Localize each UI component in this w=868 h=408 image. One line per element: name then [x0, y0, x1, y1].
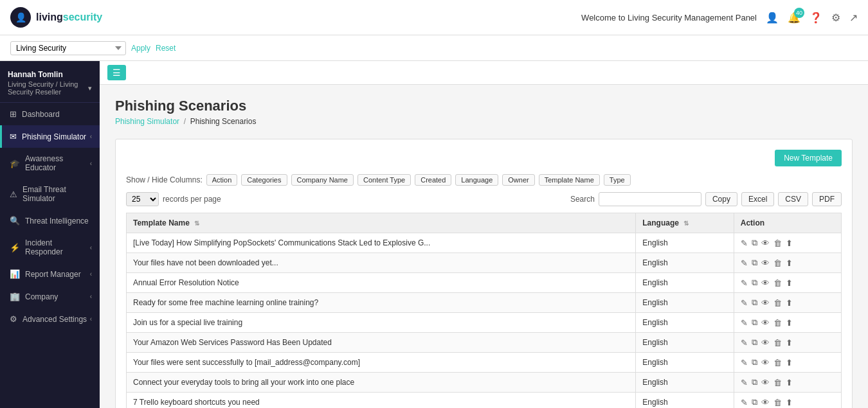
logo-text: livingsecurity	[36, 12, 102, 23]
send-icon[interactable]: ⬆	[786, 338, 793, 348]
phishing-icon: ✉	[10, 132, 17, 141]
sidebar-item-advanced-settings[interactable]: ⚙ Advanced Settings ‹	[0, 308, 100, 330]
notification-badge-wrap[interactable]: 🔔 40	[788, 12, 800, 24]
col-badge-action[interactable]: Action	[206, 174, 238, 186]
col-badge-created[interactable]: Created	[415, 174, 451, 186]
sidebar-user-name: Hannah Tomlin	[8, 70, 92, 79]
send-icon[interactable]: ⬆	[786, 318, 793, 328]
send-icon[interactable]: ⬆	[786, 278, 793, 288]
sidebar-item-incident-responder[interactable]: ⚡ Incident Responder ‹	[0, 232, 100, 263]
action-icons-group: ✎⧉👁🗑⬆	[741, 317, 835, 328]
delete-icon[interactable]: 🗑	[773, 278, 782, 288]
send-icon[interactable]: ⬆	[786, 258, 793, 268]
copy-icon[interactable]: ⧉	[752, 377, 757, 387]
delete-icon[interactable]: 🗑	[773, 378, 782, 387]
company-select[interactable]: Living Security	[10, 41, 126, 55]
sidebar-label-awareness-educator: Awareness Educator	[25, 154, 90, 172]
copy-icon[interactable]: ⧉	[752, 357, 757, 368]
copy-icon[interactable]: ⧉	[752, 297, 757, 308]
pdf-button[interactable]: PDF	[812, 192, 842, 206]
search-input[interactable]	[599, 192, 701, 206]
send-icon[interactable]: ⬆	[786, 298, 793, 308]
col-badge-categories[interactable]: Categories	[241, 174, 287, 186]
send-icon[interactable]: ⬆	[786, 398, 793, 407]
view-icon[interactable]: 👁	[761, 238, 770, 248]
copy-icon[interactable]: ⧉	[752, 317, 757, 328]
edit-icon[interactable]: ✎	[741, 238, 748, 248]
sidebar-label-company: Company	[25, 292, 58, 301]
view-icon[interactable]: 👁	[761, 378, 770, 387]
delete-icon[interactable]: 🗑	[773, 338, 782, 348]
edit-icon[interactable]: ✎	[741, 358, 748, 368]
col-header-template-name[interactable]: Template Name ⇅	[127, 213, 636, 233]
send-icon[interactable]: ⬆	[786, 238, 793, 248]
view-icon[interactable]: 👁	[761, 318, 770, 328]
reset-button[interactable]: Reset	[156, 44, 176, 53]
sidebar-item-awareness-educator[interactable]: 🎓 Awareness Educator ‹	[0, 148, 100, 179]
delete-icon[interactable]: 🗑	[773, 258, 782, 268]
edit-icon[interactable]: ✎	[741, 278, 748, 288]
delete-icon[interactable]: 🗑	[773, 318, 782, 328]
view-icon[interactable]: 👁	[761, 398, 770, 407]
copy-icon[interactable]: ⧉	[752, 238, 757, 248]
col-badge-company-name[interactable]: Company Name	[291, 174, 354, 186]
sidebar-item-threat-intelligence[interactable]: 🔍 Threat Intelligence	[0, 209, 100, 232]
help-icon[interactable]: ❓	[809, 12, 822, 24]
view-icon[interactable]: 👁	[761, 338, 770, 348]
delete-icon[interactable]: 🗑	[773, 298, 782, 308]
edit-icon[interactable]: ✎	[741, 338, 748, 348]
sidebar-item-report-manager[interactable]: 📊 Report Manager ‹	[0, 263, 100, 285]
action-icons-group: ✎⧉👁🗑⬆	[741, 377, 835, 387]
hamburger-button[interactable]: ☰	[107, 65, 126, 80]
sidebar-item-company[interactable]: 🏢 Company ‹	[0, 285, 100, 308]
settings-icon[interactable]: ⚙	[831, 12, 840, 24]
delete-icon[interactable]: 🗑	[773, 238, 782, 248]
sidebar-item-email-threat-simulator[interactable]: ⚠ Email Threat Simulator	[0, 179, 100, 209]
action-icons-group: ✎⧉👁🗑⬆	[741, 357, 835, 368]
company-selector-bar: Living Security Apply Reset	[0, 35, 868, 61]
csv-button[interactable]: CSV	[778, 192, 808, 206]
table-row: Ready for some free machine learning onl…	[127, 293, 842, 313]
new-template-button[interactable]: New Template	[775, 150, 842, 166]
table-row: Your Amazon Web Services Password Has Be…	[127, 333, 842, 353]
send-icon[interactable]: ⬆	[786, 378, 793, 387]
col-badge-type[interactable]: Type	[604, 174, 631, 186]
cell-template-name: Ready for some free machine learning onl…	[127, 293, 636, 313]
col-badge-content-type[interactable]: Content Type	[357, 174, 411, 186]
breadcrumb: Phishing Simulator / Phishing Scenarios	[115, 117, 853, 126]
breadcrumb-phishing-simulator[interactable]: Phishing Simulator	[115, 117, 179, 126]
logo-area: 👤 livingsecurity	[10, 7, 102, 28]
data-table: Template Name ⇅ Language ⇅ Action [Live …	[126, 213, 842, 408]
col-badge-template-name[interactable]: Template Name	[539, 174, 600, 186]
edit-icon[interactable]: ✎	[741, 258, 748, 268]
col-header-language[interactable]: Language ⇅	[636, 213, 734, 233]
logout-icon[interactable]: ↗	[849, 12, 858, 24]
edit-icon[interactable]: ✎	[741, 398, 748, 407]
edit-icon[interactable]: ✎	[741, 318, 748, 328]
sidebar-item-phishing-simulator[interactable]: ✉ Phishing Simulator ‹	[0, 125, 100, 148]
col-badge-owner[interactable]: Owner	[502, 174, 534, 186]
per-page-select[interactable]: 25 50 100	[126, 192, 159, 206]
table-row: Your files have not been downloaded yet.…	[127, 253, 842, 273]
view-icon[interactable]: 👁	[761, 298, 770, 308]
copy-button[interactable]: Copy	[705, 192, 737, 206]
view-icon[interactable]: 👁	[761, 358, 770, 368]
excel-button[interactable]: Excel	[741, 192, 774, 206]
sidebar-item-dashboard[interactable]: ⊞ Dashboard	[0, 103, 100, 125]
apply-button[interactable]: Apply	[131, 44, 150, 53]
send-icon[interactable]: ⬆	[786, 358, 793, 368]
copy-icon[interactable]: ⧉	[752, 278, 757, 288]
copy-icon[interactable]: ⧉	[752, 337, 757, 348]
col-badge-language[interactable]: Language	[455, 174, 498, 186]
edit-icon[interactable]: ✎	[741, 378, 748, 387]
delete-icon[interactable]: 🗑	[773, 358, 782, 368]
copy-icon[interactable]: ⧉	[752, 258, 757, 268]
edit-icon[interactable]: ✎	[741, 298, 748, 308]
view-icon[interactable]: 👁	[761, 278, 770, 288]
sidebar-label-phishing-simulator: Phishing Simulator	[22, 132, 86, 141]
cell-action: ✎⧉👁🗑⬆	[734, 313, 841, 333]
view-icon[interactable]: 👁	[761, 258, 770, 268]
user-icon[interactable]: 👤	[766, 12, 779, 24]
delete-icon[interactable]: 🗑	[773, 398, 782, 407]
copy-icon[interactable]: ⧉	[752, 397, 757, 407]
